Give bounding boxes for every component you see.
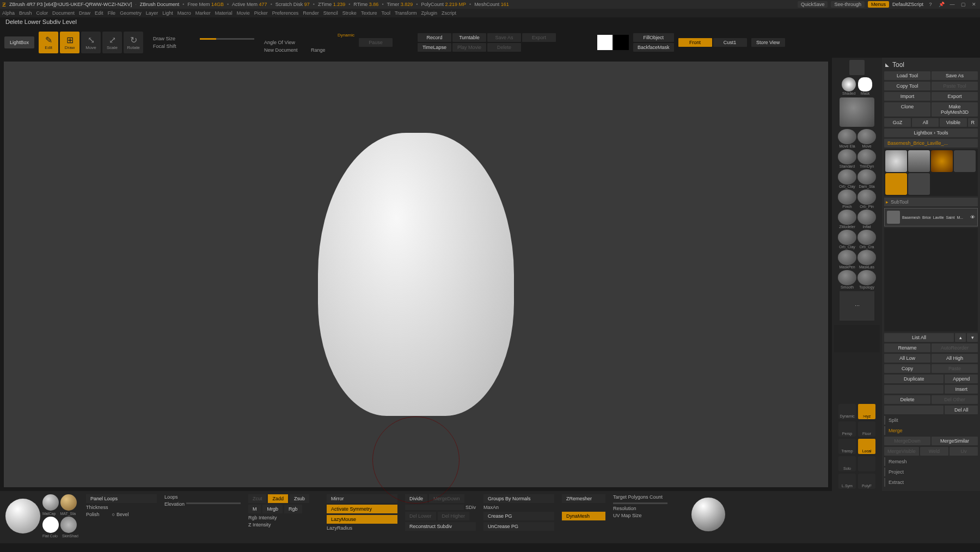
- brush-standard[interactable]: Standard: [838, 149, 856, 168]
- menu-zplugin[interactable]: Zplugin: [421, 10, 438, 16]
- timelapse-btn[interactable]: TimeLapse: [418, 43, 451, 52]
- uncrease-btn[interactable]: UnCrease PG: [483, 522, 554, 531]
- brush-dam_sta[interactable]: Dam_Sta: [857, 169, 876, 188]
- import-btn[interactable]: Import: [884, 92, 930, 101]
- mergevisible-btn[interactable]: MergeVisible: [884, 447, 919, 456]
- allhigh-btn[interactable]: All High: [932, 354, 978, 363]
- dynamic-nav[interactable]: Dynamic: [838, 404, 856, 419]
- brush-pinch[interactable]: Pinch: [838, 189, 856, 208]
- menu-stroke[interactable]: Stroke: [342, 10, 357, 16]
- up-icon[interactable]: ▴: [955, 333, 966, 342]
- menu-zscript[interactable]: Zscript: [442, 10, 456, 16]
- menu-draw[interactable]: Draw: [79, 10, 90, 16]
- delete-btn[interactable]: Delete: [487, 43, 521, 52]
- brush-loader[interactable]: ⋯: [840, 291, 874, 321]
- quicksave-btn[interactable]: QuickSave: [798, 1, 828, 8]
- menu-layer[interactable]: Layer: [146, 10, 158, 16]
- navigation-sphere[interactable]: [691, 498, 725, 531]
- brush-trimdyn[interactable]: TrimDyn: [857, 149, 876, 168]
- uv-btn[interactable]: Uv: [950, 447, 978, 456]
- delete-st-btn[interactable]: Delete: [884, 395, 930, 404]
- saveas-tool-btn[interactable]: Save As: [932, 71, 978, 80]
- menu-picker[interactable]: Picker: [254, 10, 268, 16]
- menu-tool[interactable]: Tool: [381, 10, 390, 16]
- down-icon[interactable]: ▾: [967, 333, 978, 342]
- tool-collapse-icon[interactable]: ◣: [885, 62, 889, 68]
- zsub-btn[interactable]: Zsub: [290, 494, 309, 503]
- mat-2[interactable]: [60, 494, 77, 511]
- solo2-nav[interactable]: [858, 456, 875, 471]
- tool-thumb-6[interactable]: [908, 173, 930, 195]
- export-btn[interactable]: Export: [522, 33, 556, 42]
- brush-masklas[interactable]: MaskLas: [857, 250, 876, 269]
- persp-nav[interactable]: Persp: [838, 421, 856, 437]
- playmovie-btn[interactable]: Play Movie: [452, 43, 486, 52]
- mat-3[interactable]: [42, 517, 59, 533]
- goz-btn[interactable]: GoZ: [884, 118, 911, 127]
- tool-thumb-3[interactable]: [931, 150, 953, 172]
- insert-btn[interactable]: Insert: [945, 385, 978, 394]
- saveas-btn[interactable]: Save As: [487, 33, 521, 42]
- elevation-slider[interactable]: [186, 502, 241, 504]
- alpha-slot[interactable]: [834, 325, 880, 352]
- brush-zmodeler[interactable]: ZModeler: [838, 210, 856, 229]
- paste-tool-btn[interactable]: Paste Tool: [932, 82, 978, 90]
- shaded-label[interactable]: Shaded: [842, 91, 856, 95]
- polyf-nav[interactable]: PolyF: [858, 474, 875, 489]
- brush-orb_clay[interactable]: Orb_Clay: [838, 230, 856, 249]
- clone-btn[interactable]: Clone: [884, 102, 930, 116]
- menu-preferences[interactable]: Preferences: [272, 10, 299, 16]
- menu-texture[interactable]: Texture: [361, 10, 377, 16]
- menu-material[interactable]: Material: [215, 10, 232, 16]
- bpr-btn[interactable]: [849, 60, 865, 75]
- turntable-btn[interactable]: Turntable: [452, 33, 486, 42]
- mergesimilar-btn[interactable]: MergeSimilar: [932, 437, 978, 445]
- floor-nav[interactable]: Floor: [858, 421, 875, 437]
- brush-inflat[interactable]: Inflat: [857, 210, 876, 229]
- lightbox-tools-btn[interactable]: Lightbox › Tools: [884, 128, 978, 137]
- listall-btn[interactable]: List All: [884, 333, 954, 342]
- zadd-btn[interactable]: Zadd: [268, 494, 288, 503]
- lightbox-btn[interactable]: LightBox: [4, 36, 34, 48]
- rotate-mode[interactable]: ↻Rotate: [124, 32, 143, 53]
- delall-btn[interactable]: Del All: [945, 406, 978, 414]
- brush-maskpen[interactable]: MaskPen: [838, 250, 856, 269]
- menu-edit[interactable]: Edit: [95, 10, 103, 16]
- brush-orb_cra[interactable]: Orb_Cra: [857, 230, 876, 249]
- groups-btn[interactable]: Groups By Normals: [483, 494, 554, 503]
- project-accordion[interactable]: Project: [884, 468, 978, 476]
- dynamesh-btn[interactable]: DynaMesh: [562, 512, 605, 520]
- brush-topology[interactable]: Topology: [857, 270, 876, 289]
- delhigher-btn[interactable]: Del Higher: [438, 512, 470, 520]
- load-tool-btn[interactable]: Load Tool: [884, 71, 930, 80]
- mergedown-btn[interactable]: MergeDown: [884, 437, 930, 445]
- pause-btn[interactable]: Pause: [359, 38, 393, 47]
- mirror-btn[interactable]: Mirror: [327, 494, 397, 503]
- zcut-btn[interactable]: Zcut: [248, 494, 267, 503]
- menu-stencil[interactable]: Stencil: [323, 10, 338, 16]
- backfacemask-btn[interactable]: BackfaceMask: [633, 43, 674, 52]
- tool-thumb-1[interactable]: [885, 150, 907, 172]
- cust1-btn[interactable]: Cust1: [713, 38, 747, 47]
- current-tool[interactable]: Basemesh_Brice_Laville_...: [884, 139, 978, 148]
- menu-marker[interactable]: Marker: [195, 10, 211, 16]
- minimize-icon[interactable]: —: [948, 2, 956, 7]
- all-btn[interactable]: All: [912, 118, 939, 127]
- draw-mode[interactable]: ⊞Draw: [60, 32, 79, 53]
- makepoly-btn[interactable]: Make PolyMesh3D: [932, 102, 978, 116]
- front-btn[interactable]: Front: [678, 38, 712, 47]
- mask-label[interactable]: Mask: [858, 91, 872, 95]
- zremesher-btn[interactable]: ZRemesher: [562, 494, 605, 503]
- menu-document[interactable]: Document: [52, 10, 75, 16]
- seethrough-btn[interactable]: See-through: [831, 1, 865, 8]
- crease-btn[interactable]: Crease PG: [483, 512, 554, 520]
- lsym-nav[interactable]: L.Sym: [838, 474, 856, 489]
- merge-accordion[interactable]: Merge: [884, 426, 978, 435]
- fg-color-swatch[interactable]: [597, 35, 612, 50]
- close-icon[interactable]: ✕: [970, 2, 978, 7]
- delother-btn[interactable]: Del Other: [932, 395, 978, 404]
- default-zscript[interactable]: DefaultZScript: [892, 2, 923, 7]
- fillobject-btn[interactable]: FillObject: [633, 33, 674, 42]
- brush-smooth[interactable]: Smooth: [838, 270, 856, 289]
- record-btn[interactable]: Record: [418, 33, 451, 42]
